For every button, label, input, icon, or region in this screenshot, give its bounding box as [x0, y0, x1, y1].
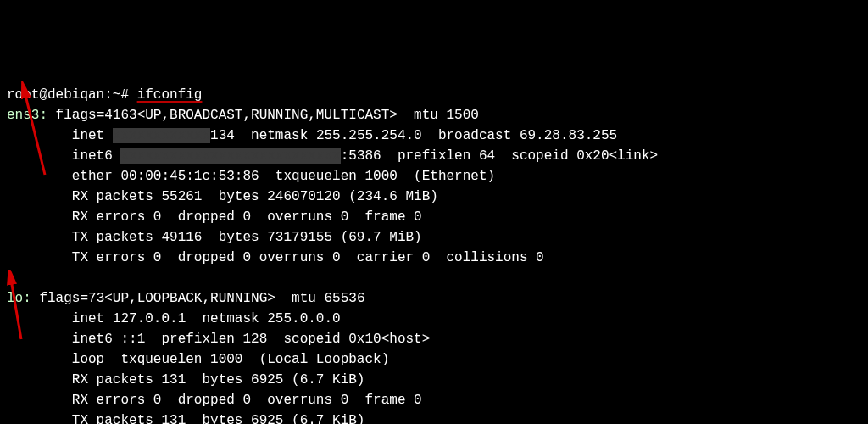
lo-rx-errors: RX errors 0 dropped 0 overruns 0 frame 0 — [7, 393, 422, 408]
ens3-inet6-rest: prefixlen 64 scopeid 0x20<link> — [381, 148, 658, 164]
ens3-inet-end: 134 — [210, 128, 235, 143]
command-ifconfig: ifconfig — [137, 87, 203, 103]
iface-lo-flags: flags=73<UP,LOOPBACK,RUNNING> mtu 65536 — [31, 291, 365, 306]
ens3-inet6-label: inet6 — [7, 148, 120, 164]
iface-ens3-name: ens3: — [7, 108, 47, 123]
iface-ens3-flags: flags=4163<UP,BROADCAST,RUNNING,MULTICAS… — [47, 108, 479, 123]
ens3-tx-packets: TX packets 49116 bytes 73179155 (69.7 Mi… — [7, 230, 422, 245]
ens3-ether: ether 00:00:45:1c:53:86 txqueuelen 1000 … — [7, 169, 495, 184]
ens3-rx-errors: RX errors 0 dropped 0 overruns 0 frame 0 — [7, 209, 422, 225]
lo-rx-packets: RX packets 131 bytes 6925 (6.7 KiB) — [7, 372, 364, 388]
ens3-inet6-end: :5386 — [341, 148, 381, 164]
ens3-rx-packets: RX packets 55261 bytes 246070120 (234.6 … — [7, 189, 438, 204]
lo-inet6: inet6 ::1 prefixlen 128 scopeid 0x10<hos… — [7, 332, 430, 347]
lo-loop: loop txqueuelen 1000 (Local Loopback) — [7, 352, 389, 367]
ens3-inet-label: inet — [7, 128, 113, 143]
redacted-ipv4: xxxxxxxxxxxx — [113, 128, 210, 143]
ens3-inet-rest: netmask 255.255.254.0 broadcast 69.28.83… — [235, 128, 617, 143]
terminal-output: root@debiqan:~# ifconfig ens3: flags=416… — [7, 85, 861, 424]
lo-inet: inet 127.0.0.1 netmask 255.0.0.0 — [7, 311, 341, 326]
iface-lo-name: lo: — [7, 291, 31, 306]
ens3-tx-errors: TX errors 0 dropped 0 overruns 0 carrier… — [7, 250, 544, 265]
shell-prompt: root@debiqan:~# — [7, 87, 137, 103]
lo-tx-packets: TX packets 131 bytes 6925 (6.7 KiB) — [7, 413, 364, 424]
redacted-ipv6: xxxxxxxxxxxxxxxxxxxxxxxxxxx — [120, 148, 340, 164]
